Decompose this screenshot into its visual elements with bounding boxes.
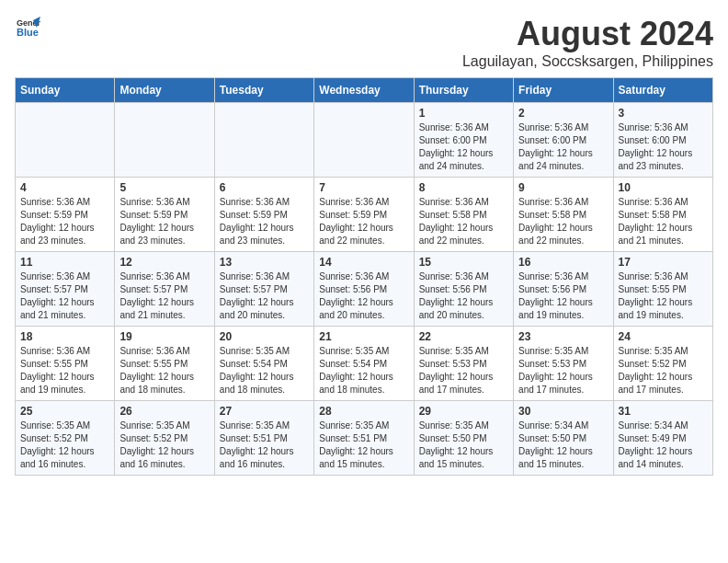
- day-info: Sunrise: 5:35 AMSunset: 5:52 PMDaylight:…: [619, 345, 708, 396]
- day-info: Sunrise: 5:35 AMSunset: 5:53 PMDaylight:…: [419, 345, 508, 396]
- day-number: 13: [220, 256, 309, 269]
- col-header-sunday: Sunday: [16, 78, 115, 103]
- day-info: Sunrise: 5:35 AMSunset: 5:54 PMDaylight:…: [319, 345, 408, 396]
- day-number: 31: [619, 405, 708, 418]
- day-info: Sunrise: 5:36 AMSunset: 5:56 PMDaylight:…: [518, 270, 608, 322]
- logo: General Blue: [15, 15, 40, 40]
- col-header-saturday: Saturday: [613, 78, 712, 103]
- col-header-thursday: Thursday: [414, 78, 513, 103]
- calendar-cell: 22Sunrise: 5:35 AMSunset: 5:53 PMDayligh…: [414, 327, 513, 401]
- week-row-4: 18Sunrise: 5:36 AMSunset: 5:55 PMDayligh…: [16, 327, 713, 401]
- calendar-cell: 6Sunrise: 5:36 AMSunset: 5:59 PMDaylight…: [214, 178, 313, 252]
- calendar-cell: 15Sunrise: 5:36 AMSunset: 5:56 PMDayligh…: [414, 252, 513, 327]
- calendar-cell: 3Sunrise: 5:36 AMSunset: 6:00 PMDaylight…: [613, 103, 712, 178]
- calendar-subtitle: Laguilayan, Soccsksargen, Philippines: [462, 53, 713, 70]
- day-info: Sunrise: 5:36 AMSunset: 5:58 PMDaylight:…: [619, 196, 708, 247]
- calendar-cell: 21Sunrise: 5:35 AMSunset: 5:54 PMDayligh…: [314, 327, 414, 401]
- col-header-wednesday: Wednesday: [314, 78, 414, 103]
- week-row-2: 4Sunrise: 5:36 AMSunset: 5:59 PMDaylight…: [16, 178, 713, 252]
- calendar-cell: 20Sunrise: 5:35 AMSunset: 5:54 PMDayligh…: [214, 327, 313, 401]
- day-info: Sunrise: 5:35 AMSunset: 5:51 PMDaylight:…: [220, 419, 309, 471]
- day-info: Sunrise: 5:35 AMSunset: 5:50 PMDaylight:…: [419, 419, 508, 471]
- day-number: 12: [119, 256, 209, 269]
- calendar-cell: 23Sunrise: 5:35 AMSunset: 5:53 PMDayligh…: [514, 327, 613, 401]
- calendar-cell: 9Sunrise: 5:36 AMSunset: 5:58 PMDaylight…: [514, 178, 613, 252]
- calendar-cell: 5Sunrise: 5:36 AMSunset: 5:59 PMDaylight…: [115, 178, 214, 252]
- day-number: 28: [319, 405, 408, 418]
- day-info: Sunrise: 5:36 AMSunset: 5:57 PMDaylight:…: [220, 270, 309, 322]
- day-info: Sunrise: 5:36 AMSunset: 6:00 PMDaylight:…: [419, 121, 508, 173]
- day-info: Sunrise: 5:34 AMSunset: 5:49 PMDaylight:…: [619, 419, 708, 471]
- calendar-cell: 18Sunrise: 5:36 AMSunset: 5:55 PMDayligh…: [16, 327, 115, 401]
- day-info: Sunrise: 5:36 AMSunset: 5:55 PMDaylight:…: [20, 345, 109, 396]
- week-row-1: 1Sunrise: 5:36 AMSunset: 6:00 PMDaylight…: [16, 103, 713, 178]
- day-number: 10: [619, 181, 708, 194]
- day-number: 18: [20, 330, 109, 343]
- calendar-cell: 31Sunrise: 5:34 AMSunset: 5:49 PMDayligh…: [613, 401, 712, 476]
- day-info: Sunrise: 5:35 AMSunset: 5:54 PMDaylight:…: [220, 345, 309, 396]
- calendar-title: August 2024: [462, 15, 713, 53]
- day-info: Sunrise: 5:36 AMSunset: 5:59 PMDaylight:…: [20, 196, 109, 247]
- day-number: 2: [518, 107, 608, 120]
- day-number: 6: [220, 181, 309, 194]
- col-header-friday: Friday: [514, 78, 613, 103]
- day-info: Sunrise: 5:36 AMSunset: 5:59 PMDaylight:…: [119, 196, 209, 247]
- day-number: 3: [619, 107, 708, 120]
- day-number: 26: [119, 405, 209, 418]
- day-number: 8: [419, 181, 508, 194]
- logo-icon: General Blue: [15, 15, 40, 40]
- calendar-cell: 11Sunrise: 5:36 AMSunset: 5:57 PMDayligh…: [16, 252, 115, 327]
- calendar-cell: 8Sunrise: 5:36 AMSunset: 5:58 PMDaylight…: [414, 178, 513, 252]
- calendar-cell: 12Sunrise: 5:36 AMSunset: 5:57 PMDayligh…: [115, 252, 214, 327]
- day-number: 5: [119, 181, 209, 194]
- day-info: Sunrise: 5:36 AMSunset: 6:00 PMDaylight:…: [619, 121, 708, 173]
- svg-text:Blue: Blue: [17, 27, 39, 38]
- calendar-cell: 2Sunrise: 5:36 AMSunset: 6:00 PMDaylight…: [514, 103, 613, 178]
- header: General Blue August 2024 Laguilayan, Soc…: [15, 15, 713, 70]
- day-number: 27: [220, 405, 309, 418]
- day-number: 7: [319, 181, 408, 194]
- week-row-3: 11Sunrise: 5:36 AMSunset: 5:57 PMDayligh…: [16, 252, 713, 327]
- calendar-cell: 7Sunrise: 5:36 AMSunset: 5:59 PMDaylight…: [314, 178, 414, 252]
- day-number: 30: [518, 405, 608, 418]
- day-number: 14: [319, 256, 408, 269]
- day-number: 17: [619, 256, 708, 269]
- calendar-cell: 16Sunrise: 5:36 AMSunset: 5:56 PMDayligh…: [514, 252, 613, 327]
- calendar-cell: 28Sunrise: 5:35 AMSunset: 5:51 PMDayligh…: [314, 401, 414, 476]
- day-number: 9: [518, 181, 608, 194]
- calendar-table: SundayMondayTuesdayWednesdayThursdayFrid…: [15, 77, 713, 476]
- day-info: Sunrise: 5:35 AMSunset: 5:52 PMDaylight:…: [20, 419, 109, 471]
- day-info: Sunrise: 5:36 AMSunset: 5:55 PMDaylight:…: [119, 345, 209, 396]
- calendar-cell: [115, 103, 214, 178]
- calendar-cell: 26Sunrise: 5:35 AMSunset: 5:52 PMDayligh…: [115, 401, 214, 476]
- day-number: 23: [518, 330, 608, 343]
- day-info: Sunrise: 5:36 AMSunset: 5:57 PMDaylight:…: [119, 270, 209, 322]
- calendar-cell: 27Sunrise: 5:35 AMSunset: 5:51 PMDayligh…: [214, 401, 313, 476]
- day-number: 29: [419, 405, 508, 418]
- day-info: Sunrise: 5:35 AMSunset: 5:53 PMDaylight:…: [518, 345, 608, 396]
- day-number: 11: [20, 256, 109, 269]
- day-number: 25: [20, 405, 109, 418]
- day-info: Sunrise: 5:36 AMSunset: 6:00 PMDaylight:…: [518, 121, 608, 173]
- day-info: Sunrise: 5:36 AMSunset: 5:57 PMDaylight:…: [20, 270, 109, 322]
- calendar-cell: 24Sunrise: 5:35 AMSunset: 5:52 PMDayligh…: [613, 327, 712, 401]
- day-info: Sunrise: 5:36 AMSunset: 5:55 PMDaylight:…: [619, 270, 708, 322]
- day-info: Sunrise: 5:36 AMSunset: 5:56 PMDaylight:…: [419, 270, 508, 322]
- calendar-cell: 14Sunrise: 5:36 AMSunset: 5:56 PMDayligh…: [314, 252, 414, 327]
- day-number: 21: [319, 330, 408, 343]
- week-row-5: 25Sunrise: 5:35 AMSunset: 5:52 PMDayligh…: [16, 401, 713, 476]
- day-number: 1: [419, 107, 508, 120]
- calendar-cell: [16, 103, 115, 178]
- calendar-cell: 1Sunrise: 5:36 AMSunset: 6:00 PMDaylight…: [414, 103, 513, 178]
- calendar-cell: 13Sunrise: 5:36 AMSunset: 5:57 PMDayligh…: [214, 252, 313, 327]
- day-info: Sunrise: 5:34 AMSunset: 5:50 PMDaylight:…: [518, 419, 608, 471]
- day-number: 16: [518, 256, 608, 269]
- calendar-cell: 30Sunrise: 5:34 AMSunset: 5:50 PMDayligh…: [514, 401, 613, 476]
- col-header-tuesday: Tuesday: [214, 78, 313, 103]
- day-number: 22: [419, 330, 508, 343]
- day-number: 15: [419, 256, 508, 269]
- calendar-header-row: SundayMondayTuesdayWednesdayThursdayFrid…: [16, 78, 713, 103]
- calendar-cell: 19Sunrise: 5:36 AMSunset: 5:55 PMDayligh…: [115, 327, 214, 401]
- day-info: Sunrise: 5:36 AMSunset: 5:58 PMDaylight:…: [419, 196, 508, 247]
- day-info: Sunrise: 5:35 AMSunset: 5:52 PMDaylight:…: [119, 419, 209, 471]
